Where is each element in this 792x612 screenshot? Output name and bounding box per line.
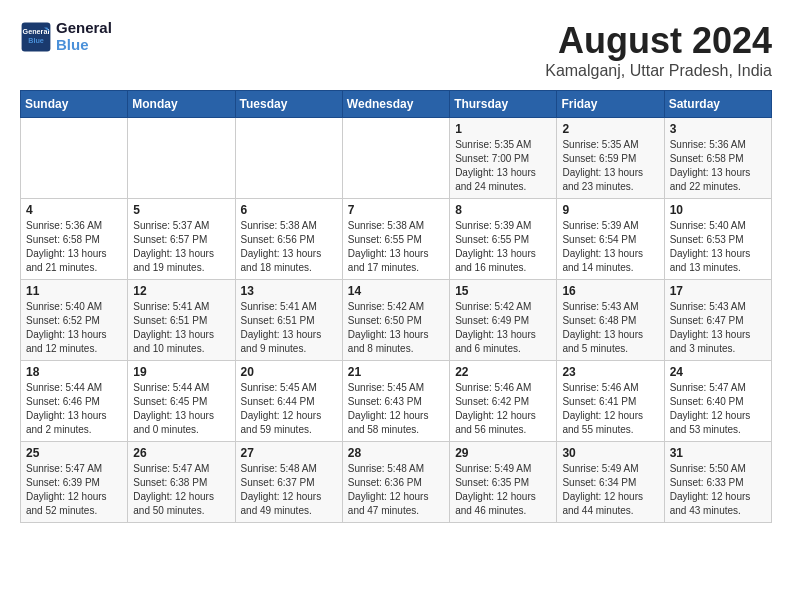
calendar-day-cell: 18Sunrise: 5:44 AM Sunset: 6:46 PM Dayli… — [21, 361, 128, 442]
calendar-day-cell: 12Sunrise: 5:41 AM Sunset: 6:51 PM Dayli… — [128, 280, 235, 361]
day-info: Sunrise: 5:43 AM Sunset: 6:48 PM Dayligh… — [562, 300, 658, 356]
day-info: Sunrise: 5:46 AM Sunset: 6:42 PM Dayligh… — [455, 381, 551, 437]
calendar-day-cell: 1Sunrise: 5:35 AM Sunset: 7:00 PM Daylig… — [450, 118, 557, 199]
day-number: 23 — [562, 365, 658, 379]
day-number: 3 — [670, 122, 766, 136]
calendar-day-cell: 30Sunrise: 5:49 AM Sunset: 6:34 PM Dayli… — [557, 442, 664, 523]
day-number: 13 — [241, 284, 337, 298]
day-number: 2 — [562, 122, 658, 136]
title-block: August 2024 Kamalganj, Uttar Pradesh, In… — [545, 20, 772, 80]
day-number: 6 — [241, 203, 337, 217]
day-info: Sunrise: 5:35 AM Sunset: 6:59 PM Dayligh… — [562, 138, 658, 194]
day-of-week-header: Wednesday — [342, 91, 449, 118]
calendar-day-cell: 3Sunrise: 5:36 AM Sunset: 6:58 PM Daylig… — [664, 118, 771, 199]
day-info: Sunrise: 5:47 AM Sunset: 6:40 PM Dayligh… — [670, 381, 766, 437]
day-number: 11 — [26, 284, 122, 298]
calendar-day-cell — [235, 118, 342, 199]
day-info: Sunrise: 5:35 AM Sunset: 7:00 PM Dayligh… — [455, 138, 551, 194]
day-info: Sunrise: 5:49 AM Sunset: 6:35 PM Dayligh… — [455, 462, 551, 518]
day-number: 22 — [455, 365, 551, 379]
day-number: 21 — [348, 365, 444, 379]
day-info: Sunrise: 5:45 AM Sunset: 6:43 PM Dayligh… — [348, 381, 444, 437]
day-info: Sunrise: 5:36 AM Sunset: 6:58 PM Dayligh… — [670, 138, 766, 194]
day-info: Sunrise: 5:40 AM Sunset: 6:53 PM Dayligh… — [670, 219, 766, 275]
day-number: 10 — [670, 203, 766, 217]
calendar-day-cell: 2Sunrise: 5:35 AM Sunset: 6:59 PM Daylig… — [557, 118, 664, 199]
day-number: 27 — [241, 446, 337, 460]
calendar-day-cell: 13Sunrise: 5:41 AM Sunset: 6:51 PM Dayli… — [235, 280, 342, 361]
day-of-week-header: Sunday — [21, 91, 128, 118]
calendar-day-cell: 8Sunrise: 5:39 AM Sunset: 6:55 PM Daylig… — [450, 199, 557, 280]
calendar-day-cell: 24Sunrise: 5:47 AM Sunset: 6:40 PM Dayli… — [664, 361, 771, 442]
calendar-day-cell — [342, 118, 449, 199]
calendar-day-cell: 14Sunrise: 5:42 AM Sunset: 6:50 PM Dayli… — [342, 280, 449, 361]
logo-text-general: General — [56, 20, 112, 37]
day-number: 29 — [455, 446, 551, 460]
calendar-day-cell: 28Sunrise: 5:48 AM Sunset: 6:36 PM Dayli… — [342, 442, 449, 523]
day-info: Sunrise: 5:48 AM Sunset: 6:36 PM Dayligh… — [348, 462, 444, 518]
day-info: Sunrise: 5:41 AM Sunset: 6:51 PM Dayligh… — [241, 300, 337, 356]
location-subtitle: Kamalganj, Uttar Pradesh, India — [545, 62, 772, 80]
day-info: Sunrise: 5:39 AM Sunset: 6:54 PM Dayligh… — [562, 219, 658, 275]
calendar-week-row: 18Sunrise: 5:44 AM Sunset: 6:46 PM Dayli… — [21, 361, 772, 442]
page-header: General Blue General Blue August 2024 Ka… — [20, 20, 772, 80]
day-number: 8 — [455, 203, 551, 217]
calendar-day-cell: 23Sunrise: 5:46 AM Sunset: 6:41 PM Dayli… — [557, 361, 664, 442]
day-info: Sunrise: 5:38 AM Sunset: 6:56 PM Dayligh… — [241, 219, 337, 275]
calendar-day-cell: 9Sunrise: 5:39 AM Sunset: 6:54 PM Daylig… — [557, 199, 664, 280]
calendar-week-row: 25Sunrise: 5:47 AM Sunset: 6:39 PM Dayli… — [21, 442, 772, 523]
day-info: Sunrise: 5:38 AM Sunset: 6:55 PM Dayligh… — [348, 219, 444, 275]
day-info: Sunrise: 5:37 AM Sunset: 6:57 PM Dayligh… — [133, 219, 229, 275]
calendar-day-cell: 21Sunrise: 5:45 AM Sunset: 6:43 PM Dayli… — [342, 361, 449, 442]
day-number: 14 — [348, 284, 444, 298]
calendar-day-cell: 11Sunrise: 5:40 AM Sunset: 6:52 PM Dayli… — [21, 280, 128, 361]
calendar-day-cell: 29Sunrise: 5:49 AM Sunset: 6:35 PM Dayli… — [450, 442, 557, 523]
calendar-week-row: 1Sunrise: 5:35 AM Sunset: 7:00 PM Daylig… — [21, 118, 772, 199]
day-info: Sunrise: 5:36 AM Sunset: 6:58 PM Dayligh… — [26, 219, 122, 275]
day-number: 20 — [241, 365, 337, 379]
logo-text-blue: Blue — [56, 37, 112, 54]
logo-icon: General Blue — [20, 21, 52, 53]
day-number: 31 — [670, 446, 766, 460]
day-number: 30 — [562, 446, 658, 460]
calendar-day-cell — [21, 118, 128, 199]
calendar-day-cell: 20Sunrise: 5:45 AM Sunset: 6:44 PM Dayli… — [235, 361, 342, 442]
calendar-week-row: 11Sunrise: 5:40 AM Sunset: 6:52 PM Dayli… — [21, 280, 772, 361]
day-number: 12 — [133, 284, 229, 298]
calendar-day-cell: 5Sunrise: 5:37 AM Sunset: 6:57 PM Daylig… — [128, 199, 235, 280]
day-info: Sunrise: 5:47 AM Sunset: 6:39 PM Dayligh… — [26, 462, 122, 518]
day-number: 18 — [26, 365, 122, 379]
calendar-body: 1Sunrise: 5:35 AM Sunset: 7:00 PM Daylig… — [21, 118, 772, 523]
day-number: 7 — [348, 203, 444, 217]
day-number: 17 — [670, 284, 766, 298]
day-number: 5 — [133, 203, 229, 217]
day-number: 1 — [455, 122, 551, 136]
day-of-week-header: Tuesday — [235, 91, 342, 118]
day-number: 26 — [133, 446, 229, 460]
day-info: Sunrise: 5:44 AM Sunset: 6:46 PM Dayligh… — [26, 381, 122, 437]
day-info: Sunrise: 5:42 AM Sunset: 6:50 PM Dayligh… — [348, 300, 444, 356]
day-number: 15 — [455, 284, 551, 298]
day-info: Sunrise: 5:39 AM Sunset: 6:55 PM Dayligh… — [455, 219, 551, 275]
day-info: Sunrise: 5:43 AM Sunset: 6:47 PM Dayligh… — [670, 300, 766, 356]
day-info: Sunrise: 5:45 AM Sunset: 6:44 PM Dayligh… — [241, 381, 337, 437]
day-info: Sunrise: 5:50 AM Sunset: 6:33 PM Dayligh… — [670, 462, 766, 518]
calendar-day-cell: 10Sunrise: 5:40 AM Sunset: 6:53 PM Dayli… — [664, 199, 771, 280]
calendar-week-row: 4Sunrise: 5:36 AM Sunset: 6:58 PM Daylig… — [21, 199, 772, 280]
day-of-week-header: Friday — [557, 91, 664, 118]
day-info: Sunrise: 5:49 AM Sunset: 6:34 PM Dayligh… — [562, 462, 658, 518]
svg-text:Blue: Blue — [28, 36, 44, 45]
day-number: 24 — [670, 365, 766, 379]
calendar-day-cell: 7Sunrise: 5:38 AM Sunset: 6:55 PM Daylig… — [342, 199, 449, 280]
day-number: 9 — [562, 203, 658, 217]
calendar-day-cell: 26Sunrise: 5:47 AM Sunset: 6:38 PM Dayli… — [128, 442, 235, 523]
calendar-day-cell: 22Sunrise: 5:46 AM Sunset: 6:42 PM Dayli… — [450, 361, 557, 442]
day-number: 16 — [562, 284, 658, 298]
day-number: 28 — [348, 446, 444, 460]
day-info: Sunrise: 5:44 AM Sunset: 6:45 PM Dayligh… — [133, 381, 229, 437]
day-of-week-header: Thursday — [450, 91, 557, 118]
day-info: Sunrise: 5:48 AM Sunset: 6:37 PM Dayligh… — [241, 462, 337, 518]
calendar-day-cell — [128, 118, 235, 199]
day-number: 25 — [26, 446, 122, 460]
calendar-table: SundayMondayTuesdayWednesdayThursdayFrid… — [20, 90, 772, 523]
